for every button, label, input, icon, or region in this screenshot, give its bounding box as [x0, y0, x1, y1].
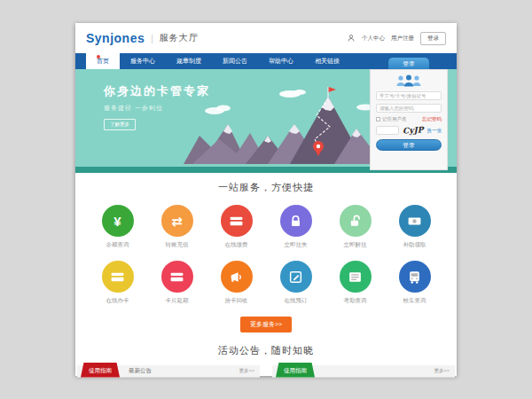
- unlock-icon: [340, 205, 372, 237]
- service-online-payment[interactable]: 在线缴费: [207, 205, 266, 249]
- username-input[interactable]: [376, 91, 442, 100]
- nav-item-news[interactable]: 新闻公告: [212, 53, 258, 69]
- service-attendance[interactable]: 考勤查询: [325, 261, 385, 305]
- nav-item-help-center[interactable]: 帮助中心: [258, 53, 304, 69]
- services-title: 一站服务，方便快捷: [75, 181, 457, 194]
- login-form: 记住用户名 忘记密码 CyJP 换一张 登录: [370, 69, 448, 170]
- megaphone-icon: [221, 261, 253, 293]
- site-header: Synjones | 服务大厅 个人中心 用户注册 登录: [75, 23, 457, 53]
- list-icon: [340, 261, 372, 293]
- login-panel: 登录 记住用户名 忘记密码 CyJ: [370, 58, 448, 170]
- right-tab-box: 使用指南 更多>>: [272, 365, 455, 378]
- logo-wrap: Synjones | 服务大厅: [86, 31, 199, 45]
- card-icon: [102, 261, 134, 293]
- edit-icon: [280, 261, 312, 293]
- service-school-bus[interactable]: 校车查询: [385, 261, 444, 305]
- service-subsidy[interactable]: 补助领取: [385, 205, 444, 249]
- left-tab-box: 使用指南 最新公告 更多>>: [77, 365, 260, 378]
- hero-subtitle: 服务捷径 一步到位: [104, 104, 210, 113]
- banknote-icon: [399, 205, 431, 237]
- header-right: 个人中心 用户注册 登录: [347, 32, 446, 45]
- nav-item-home[interactable]: 首页: [86, 53, 120, 69]
- announcement-tabs: 使用指南 最新公告 更多>> 使用指南 更多>>: [75, 365, 457, 378]
- login-button[interactable]: 登录: [376, 139, 442, 151]
- bus-icon: [399, 261, 431, 293]
- service-transfer[interactable]: ⇄ 转账充值: [147, 205, 207, 249]
- page: Synjones | 服务大厅 个人中心 用户注册 登录 首页 服务中心 规章制…: [75, 23, 457, 376]
- password-input[interactable]: [376, 104, 442, 113]
- card-icon: [221, 205, 253, 237]
- header-login-button[interactable]: 登录: [420, 32, 446, 45]
- nav-item-rules[interactable]: 规章制度: [166, 53, 212, 69]
- site-name: 服务大厅: [160, 32, 199, 44]
- logo-divider: |: [151, 34, 153, 43]
- users-icon: [376, 74, 442, 88]
- service-balance[interactable]: ¥ 余额查询: [88, 205, 147, 249]
- announcements-section: 活动公告，随时知晓 使用指南 最新公告 更多>> 使用指南 更多>>: [75, 332, 457, 378]
- services-section: 一站服务，方便快捷 ¥ 余额查询 ⇄ 转账充值 在线缴费 立即挂失: [75, 173, 457, 332]
- right-more-link[interactable]: 更多>>: [434, 368, 450, 374]
- nav-item-service-center[interactable]: 服务中心: [120, 53, 166, 69]
- logo-red-dot: [97, 55, 100, 59]
- nav-item-links[interactable]: 相关链接: [304, 53, 350, 69]
- hero-more-button[interactable]: 了解更多: [104, 119, 136, 130]
- captcha-input[interactable]: [376, 126, 399, 135]
- card-icon: [161, 261, 193, 293]
- remember-label: 记住用户名: [382, 116, 407, 122]
- hero-title: 你身边的卡管专家: [104, 83, 210, 99]
- yen-icon: ¥: [102, 205, 134, 237]
- remember-checkbox[interactable]: [376, 117, 380, 121]
- forgot-password-link[interactable]: 忘记密码: [422, 116, 442, 122]
- hero-text: 你身边的卡管专家 服务捷径 一步到位 了解更多: [104, 83, 210, 130]
- captcha-refresh-link[interactable]: 换一张: [427, 128, 442, 134]
- service-card-extension[interactable]: 卡片延期: [147, 261, 207, 305]
- more-services-button[interactable]: 更多服务>>: [240, 317, 292, 332]
- hero-banner: 你身边的卡管专家 服务捷径 一步到位 了解更多: [75, 69, 457, 173]
- transfer-icon: ⇄: [161, 205, 193, 237]
- service-online-booking[interactable]: 在线预订: [266, 261, 325, 305]
- lock-icon: [280, 205, 312, 237]
- captcha-row: CyJP 换一张: [376, 126, 442, 135]
- captcha-image: CyJP: [402, 125, 425, 136]
- login-tab[interactable]: 登录: [388, 58, 429, 69]
- mountain-illustration: [184, 84, 387, 168]
- person-icon: [347, 34, 356, 43]
- service-apply-card[interactable]: 在线办卡: [88, 261, 147, 305]
- usage-guide-tab-red[interactable]: 使用指南: [81, 363, 120, 378]
- services-grid: ¥ 余额查询 ⇄ 转账充值 在线缴费 立即挂失: [75, 205, 457, 305]
- latest-announcements-tab[interactable]: 最新公告: [129, 367, 152, 375]
- usage-guide-tab-green[interactable]: 使用指南: [276, 363, 315, 378]
- service-unfreeze[interactable]: 立即解挂: [325, 205, 385, 249]
- personal-center-link[interactable]: 个人中心: [362, 35, 385, 43]
- left-more-link[interactable]: 更多>>: [239, 368, 254, 374]
- remember-row: 记住用户名 忘记密码: [376, 116, 442, 122]
- synjones-logo: Synjones: [86, 31, 145, 45]
- announcements-title: 活动公告，随时知晓: [75, 344, 457, 357]
- service-lost-card[interactable]: 拾卡回收: [207, 261, 266, 305]
- user-register-link[interactable]: 用户注册: [391, 35, 414, 43]
- service-report-loss[interactable]: 立即挂失: [266, 205, 325, 249]
